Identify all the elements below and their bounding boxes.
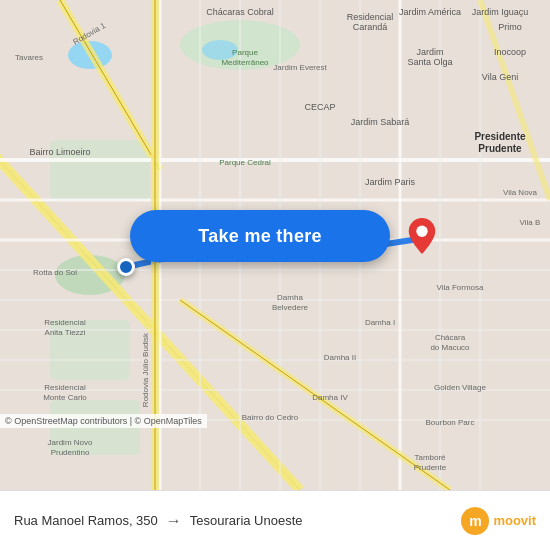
svg-text:Prudentino: Prudentino — [51, 448, 90, 457]
svg-text:Jardim Novo: Jardim Novo — [48, 438, 93, 447]
svg-point-80 — [416, 226, 427, 237]
svg-text:Vila Geni: Vila Geni — [482, 72, 518, 82]
svg-text:Bairro Limoeiro: Bairro Limoeiro — [29, 147, 90, 157]
svg-text:Inocoop: Inocoop — [494, 47, 526, 57]
moovit-logo: m moovit — [461, 507, 536, 535]
svg-text:Golden Village: Golden Village — [434, 383, 486, 392]
svg-text:Santa Olga: Santa Olga — [407, 57, 452, 67]
origin-label: Rua Manoel Ramos, 350 — [14, 513, 158, 528]
svg-text:Rotta do Sol: Rotta do Sol — [33, 268, 77, 277]
svg-text:Tavares: Tavares — [15, 53, 43, 62]
svg-text:Jardim Iguaçu: Jardim Iguaçu — [472, 7, 529, 17]
svg-text:Carandá: Carandá — [353, 22, 388, 32]
moovit-icon: m — [461, 507, 489, 535]
svg-text:Parque Cedral: Parque Cedral — [219, 158, 271, 167]
svg-text:Damha I: Damha I — [365, 318, 395, 327]
svg-text:Primo: Primo — [498, 22, 522, 32]
svg-text:Jardim: Jardim — [416, 47, 443, 57]
svg-text:Vila Nova: Vila Nova — [503, 188, 538, 197]
map-attribution: © OpenStreetMap contributors | © OpenMap… — [0, 414, 207, 428]
svg-text:Prudente: Prudente — [478, 143, 522, 154]
svg-text:do Macuco: do Macuco — [430, 343, 470, 352]
svg-text:Anita Tiezzi: Anita Tiezzi — [45, 328, 86, 337]
bottom-bar: Rua Manoel Ramos, 350 → Tesouraria Unoes… — [0, 490, 550, 550]
svg-text:Bourbon Parc: Bourbon Parc — [426, 418, 475, 427]
svg-text:Mediterrâneo: Mediterrâneo — [221, 58, 269, 67]
take-me-there-button[interactable]: Take me there — [130, 210, 390, 262]
svg-text:Presidente: Presidente — [474, 131, 526, 142]
svg-text:Jardim Paris: Jardim Paris — [365, 177, 416, 187]
svg-text:Jardim América: Jardim América — [399, 7, 461, 17]
svg-text:Rodovia Júlio Budisk: Rodovia Júlio Budisk — [141, 332, 150, 407]
svg-text:Jardim Everest: Jardim Everest — [273, 63, 327, 72]
svg-text:Residencial: Residencial — [44, 383, 86, 392]
svg-text:Parque: Parque — [232, 48, 258, 57]
route-info: Rua Manoel Ramos, 350 → Tesouraria Unoes… — [14, 512, 461, 530]
destination-pin — [408, 218, 436, 258]
svg-text:Damha II: Damha II — [324, 353, 356, 362]
svg-text:Prudente: Prudente — [414, 463, 447, 472]
destination-label: Tesouraria Unoeste — [190, 513, 303, 528]
svg-text:Residencial: Residencial — [347, 12, 394, 22]
svg-text:Damha IV: Damha IV — [312, 393, 348, 402]
svg-text:Vila Formosa: Vila Formosa — [437, 283, 485, 292]
map-container: Chácaras Cobral Residencial Carandá Jard… — [0, 0, 550, 490]
app: Chácaras Cobral Residencial Carandá Jard… — [0, 0, 550, 550]
svg-text:Bairro do Cedro: Bairro do Cedro — [242, 413, 299, 422]
svg-text:Damha: Damha — [277, 293, 303, 302]
svg-text:Belvedere: Belvedere — [272, 303, 309, 312]
svg-text:CECAP: CECAP — [304, 102, 335, 112]
svg-text:Chácara: Chácara — [435, 333, 466, 342]
svg-text:Residencial: Residencial — [44, 318, 86, 327]
svg-text:Monte Carlo: Monte Carlo — [43, 393, 87, 402]
origin-marker — [117, 258, 135, 276]
svg-text:Tamboré: Tamboré — [414, 453, 446, 462]
moovit-text: moovit — [493, 513, 536, 528]
svg-text:Jardim Sabará: Jardim Sabará — [351, 117, 410, 127]
arrow-icon: → — [166, 512, 182, 530]
svg-text:Chácaras Cobral: Chácaras Cobral — [206, 7, 274, 17]
svg-text:Vila B: Vila B — [520, 218, 541, 227]
